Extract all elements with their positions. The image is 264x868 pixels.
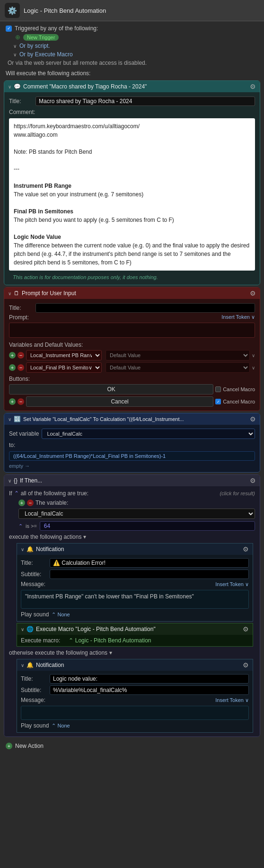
notification-2-body: Title: Subtitle: Message: Insert Token ∨… — [17, 671, 253, 732]
var2-default-dropdown-arrow: ∨ — [252, 365, 255, 370]
ok-button-row: OK Cancel Macro — [9, 383, 255, 395]
all-conditions-toggle[interactable]: ⌃ — [14, 490, 19, 497]
if-then-header-label: ∨ {} If Then... — [8, 477, 42, 484]
notif1-insert-token-button[interactable]: Insert Token ∨ — [215, 581, 249, 587]
add-cancel-button[interactable]: + — [9, 398, 16, 405]
notif2-message-box[interactable] — [21, 706, 249, 720]
new-trigger-button[interactable]: New Trigger — [23, 34, 59, 41]
app-icon: ⚙️ — [5, 3, 20, 18]
notification-1-body: Title: Subtitle: Message: Insert Token ∨… — [17, 555, 253, 621]
variables-label: Variables and Default Values: — [9, 340, 255, 349]
click-result-label[interactable]: (click for result) — [220, 491, 255, 496]
remove-var1-button[interactable]: − — [18, 352, 24, 359]
ok-button[interactable]: OK — [9, 384, 213, 395]
var-name-select[interactable]: Local_finalCalc — [18, 509, 255, 519]
notif2-message-header-row: Message: Insert Token ∨ — [21, 696, 249, 704]
add-var1-button[interactable]: + — [9, 352, 16, 359]
comment-text-box[interactable]: https://forum.keyboardmaestro.com/u/allt… — [9, 118, 255, 271]
insert-token-button[interactable]: Insert Token ∨ — [221, 314, 255, 322]
notif2-insert-token-button[interactable]: Insert Token ∨ — [215, 697, 249, 703]
notif1-message-box[interactable]: "Instrument PB Range" can't be lower tha… — [21, 590, 249, 609]
if-then-body: If ⌃ all of the following are true: (cli… — [4, 486, 260, 736]
var1-select[interactable]: Local_Instrument PB Ran∨ — [26, 350, 102, 360]
notif2-title-row: Title: — [21, 673, 249, 684]
notification-2-header-label: ∨ 🔔 Notification — [21, 662, 64, 668]
set-variable-select[interactable]: Local_finalCalc — [42, 429, 255, 439]
condition-value: 64 — [40, 521, 255, 531]
add-condition-button[interactable]: + — [18, 500, 25, 506]
web-server-text: Or via the web server but all remote acc… — [8, 60, 147, 66]
set-var-gear-icon[interactable]: ⚙ — [250, 415, 256, 423]
notif1-subtitle-input[interactable] — [50, 570, 249, 579]
var-name-row: Local_finalCalc — [18, 508, 255, 520]
if-condition-header-row: If ⌃ all of the following are true: (cli… — [9, 489, 255, 498]
trigger-checkbox[interactable]: ✓ — [6, 26, 12, 32]
insert-token-row: Prompt: Insert Token ∨ — [9, 314, 255, 322]
the-variable-row: + − The variable: — [18, 498, 255, 508]
notif1-gear-icon[interactable]: ⚙ — [243, 545, 249, 553]
set-var-header-label: ∨ 🔣 Set Variable "Local_finalCalc" To Ca… — [8, 416, 184, 422]
if-then-header-title: If Then... — [20, 477, 42, 484]
add-var2-button[interactable]: + — [9, 364, 16, 371]
var1-default-select[interactable]: Default Value — [106, 350, 250, 360]
notif2-subtitle-input[interactable] — [50, 685, 249, 695]
if-then-card: ∨ {} If Then... ⚙ If ⌃ all of the follow… — [4, 474, 260, 737]
notif2-subtitle-label: Subtitle: — [21, 687, 47, 693]
exec-macro-collapse-icon[interactable]: ∨ — [21, 627, 24, 632]
notif2-play-sound-label: Play sound — [21, 722, 49, 729]
remove-condition-button[interactable]: − — [27, 500, 34, 506]
remove-var2-button[interactable]: − — [18, 364, 24, 371]
if-then-gear-icon[interactable]: ⚙ — [250, 477, 256, 484]
cancel-macro-checkbox-unchecked[interactable] — [215, 386, 221, 392]
set-var-header-title: Set Variable "Local_finalCalc" To Calcul… — [23, 416, 184, 422]
cancel-macro-label1: Cancel Macro — [223, 386, 255, 392]
remove-cancel-button[interactable]: − — [18, 398, 24, 405]
comment-section1-text: The value set on your instrument (e.g. 7… — [14, 190, 250, 199]
prompt-card-body: Title: Prompt: Insert Token ∨ Variables … — [4, 299, 260, 411]
new-action-button[interactable]: + — [6, 743, 12, 749]
var2-default-select[interactable]: Default Value — [106, 362, 250, 373]
exec-macro-icon: 🌐 — [26, 626, 34, 632]
notif2-title-input[interactable] — [50, 674, 249, 684]
notif2-collapse-icon[interactable]: ∨ — [21, 663, 24, 668]
notif2-subtitle-row: Subtitle: — [21, 684, 249, 696]
web-server-row: Or via the web server but all remote acc… — [6, 59, 258, 67]
comment-section2-text: The pitch bend you want to apply (e.g. 5… — [14, 216, 250, 224]
notif1-collapse-icon[interactable]: ∨ — [21, 547, 24, 552]
cancel-macro-checkbox-checked[interactable]: ✓ — [215, 399, 221, 404]
notif1-play-sound-select[interactable]: ⌃ None — [52, 612, 70, 618]
notif1-icon: 🔔 — [26, 546, 34, 552]
cancel-button-row: + − Cancel ✓ Cancel Macro — [9, 395, 255, 408]
comment-label: Comment: — [9, 107, 255, 116]
prompt-title-input[interactable] — [35, 303, 255, 313]
prompt-textarea[interactable] — [9, 323, 255, 338]
cancel-macro-row: Cancel Macro — [215, 386, 255, 392]
prompt-title-label: Title: — [9, 305, 33, 311]
all-label: all of the following are true: — [21, 490, 88, 497]
otherwise-label: otherwise execute the following actions … — [9, 648, 255, 658]
prompt-gear-icon[interactable]: ⚙ — [250, 289, 256, 297]
if-then-collapse-icon[interactable]: ∨ — [8, 478, 11, 483]
cancel-button[interactable]: Cancel — [26, 396, 213, 407]
comment-title-input[interactable] — [35, 96, 255, 106]
comment-gear-icon[interactable]: ⚙ — [250, 83, 256, 90]
notif2-message-label: Message: — [21, 697, 47, 703]
trigger-label: Triggered by any of the following: — [15, 25, 98, 32]
buttons-label: Buttons: — [9, 374, 255, 383]
new-trigger-row[interactable]: ⊕ New Trigger — [6, 33, 258, 42]
var2-select[interactable]: Local_Final PB in Semito∨ — [26, 362, 102, 373]
notif1-title-input[interactable] — [50, 558, 249, 568]
the-variable-label: The variable: — [35, 500, 68, 506]
exec-macro-gear-icon[interactable]: ⚙ — [243, 625, 249, 633]
new-action-row[interactable]: + New Action — [0, 739, 264, 753]
prompt-collapse-icon[interactable]: ∨ — [8, 291, 11, 296]
notif2-play-sound-select[interactable]: ⌃ None — [52, 723, 70, 729]
notif2-gear-icon[interactable]: ⚙ — [243, 661, 249, 669]
new-action-label: New Action — [15, 743, 44, 749]
execute-label-text: execute the following actions — [9, 534, 81, 540]
comment-collapse-icon[interactable]: ∨ — [8, 84, 11, 89]
or-execute-row: ∨ Or by Execute Macro — [6, 50, 258, 59]
set-var-collapse-icon[interactable]: ∨ — [8, 417, 11, 422]
notification-1-header-label: ∨ 🔔 Notification — [21, 546, 64, 552]
comment-card-body: Title: Comment: https://forum.keyboardma… — [4, 92, 260, 285]
